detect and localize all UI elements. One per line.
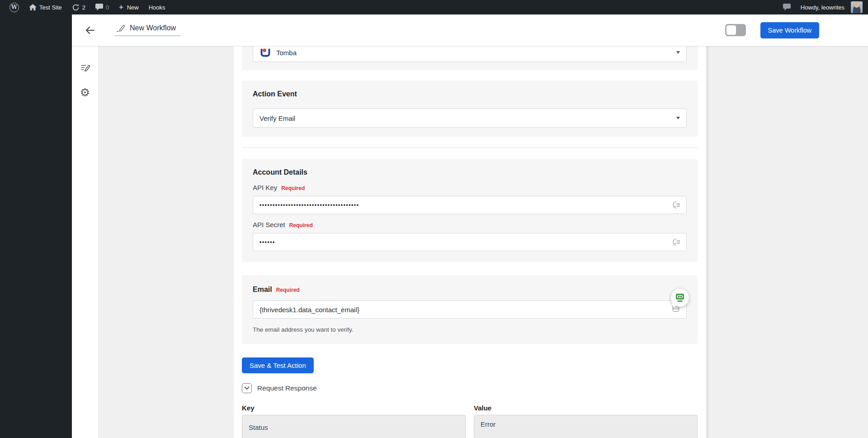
app-select[interactable]: Tomba — [253, 46, 687, 62]
required-badge: Required — [281, 185, 305, 191]
chevron-down-icon — [676, 51, 680, 54]
response-key-value: Status — [249, 424, 268, 431]
save-workflow-button[interactable]: Save Workflow — [760, 22, 819, 38]
action-event-heading: Action Event — [253, 90, 687, 99]
response-key-column: Key Status — [242, 404, 466, 438]
email-value: {thrivedesk1.data_contact_email} — [259, 306, 359, 314]
updates-menu[interactable]: 2 — [67, 0, 90, 14]
autofill-robot-icon[interactable] — [671, 289, 689, 307]
email-label: Email — [253, 285, 272, 294]
plus-icon: + — [119, 3, 123, 11]
request-response-row: Request Response — [242, 383, 698, 393]
workflow-active-toggle[interactable] — [725, 24, 746, 36]
workflow-title-editor[interactable]: New Workflow — [115, 24, 180, 36]
wordpress-logo-icon: W — [9, 3, 19, 12]
response-value-value: Error — [481, 420, 495, 428]
api-key-label: API Key — [253, 183, 277, 192]
action-event-value: Verify Email — [259, 114, 295, 122]
workflow-title: New Workflow — [130, 24, 176, 32]
workflow-header: New Workflow Save Workflow — [72, 14, 868, 46]
api-key-input[interactable]: •••••••••••••••••••••••••••••••••••••• — [253, 196, 687, 214]
key-column-label: Key — [242, 404, 466, 412]
smart-tag-icon[interactable] — [673, 238, 681, 247]
tomba-logo-icon — [259, 47, 271, 58]
tool-rail: ⚙ — [72, 46, 99, 438]
back-button[interactable] — [82, 23, 98, 38]
new-content-menu[interactable]: + New — [114, 0, 143, 14]
home-icon — [29, 4, 37, 11]
action-event-card: Action Event Verify Email — [242, 81, 698, 137]
response-value-input[interactable]: Error — [474, 415, 698, 438]
email-field-card: Email Required {thrivedesk1.data_contact… — [242, 275, 698, 344]
smart-tag-icon[interactable] — [673, 201, 681, 209]
api-key-masked-value: •••••••••••••••••••••••••••••••••••••• — [259, 202, 359, 208]
updates-count: 2 — [82, 4, 85, 11]
email-helper-text: The email address you want to verify. — [253, 326, 687, 333]
workflow-editor: New Workflow Save Workflow ⚙ — [72, 14, 868, 438]
settings-gear-icon[interactable]: ⚙ — [80, 87, 90, 97]
site-name-label: Test Site — [39, 4, 62, 11]
hooks-label: Hooks — [149, 4, 165, 11]
response-map: Key Status Value Error — [242, 404, 698, 438]
admin-menu-strip — [0, 14, 72, 438]
notifications-menu[interactable] — [778, 0, 796, 14]
response-key-input[interactable]: Status — [242, 415, 466, 438]
toggle-knob — [726, 25, 736, 35]
app-select-card: Tomba — [242, 46, 698, 70]
save-test-action-button[interactable]: Save & Test Action — [242, 357, 314, 373]
back-arrow-icon — [85, 26, 95, 35]
right-canvas-background — [709, 46, 868, 438]
account-menu[interactable]: Howdy, leowrites — [796, 0, 863, 14]
api-secret-label: API Secret — [253, 220, 285, 229]
edit-note-icon[interactable] — [80, 62, 90, 73]
wp-admin-bar: W Test Site 2 0 + New — [0, 0, 868, 14]
edit-title-icon — [116, 24, 126, 32]
new-label: New — [127, 4, 139, 11]
required-badge: Required — [289, 222, 313, 229]
response-value-column: Value Error — [474, 404, 698, 438]
value-column-label: Value — [474, 404, 698, 412]
api-secret-masked-value: •••••• — [259, 239, 275, 245]
action-event-select[interactable]: Verify Email — [253, 109, 687, 128]
account-details-heading: Account Details — [253, 168, 687, 177]
app-select-value: Tomba — [276, 49, 297, 57]
required-badge: Required — [276, 287, 300, 293]
account-details-card: Account Details API Key Required •••••••… — [242, 159, 698, 262]
avatar — [851, 1, 863, 13]
comments-icon — [95, 4, 103, 11]
comments-menu[interactable]: 0 — [90, 0, 114, 14]
email-input[interactable]: {thrivedesk1.data_contact_email} — [253, 300, 687, 319]
hooks-menu[interactable]: Hooks — [144, 0, 170, 14]
howdy-label: Howdy, leowrites — [801, 4, 844, 11]
chevron-down-icon — [244, 386, 250, 390]
canvas-background — [99, 46, 234, 438]
collapse-toggle[interactable] — [242, 383, 252, 393]
section-divider — [242, 148, 698, 148]
wp-logo-menu[interactable]: W — [5, 0, 24, 14]
comments-count: 0 — [106, 4, 109, 11]
site-name-menu[interactable]: Test Site — [24, 0, 67, 14]
action-settings-panel[interactable]: Tomba Action Event Verify Email — [234, 46, 706, 438]
updates-icon — [72, 4, 80, 11]
request-response-label: Request Response — [257, 384, 317, 392]
api-secret-input[interactable]: •••••• — [253, 233, 687, 251]
notification-bubble-icon — [783, 4, 791, 11]
chevron-down-icon — [676, 117, 680, 119]
